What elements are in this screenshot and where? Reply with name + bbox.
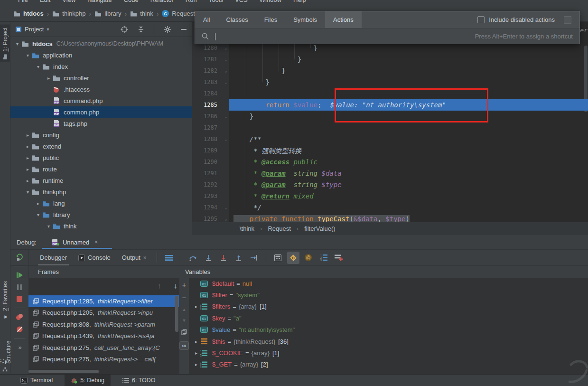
fold-marker-icon[interactable]: ⌄ [220,80,232,85]
hide-panel-button[interactable] [181,28,187,30]
add-watch-icon[interactable]: + [182,282,187,288]
breadcrumb-htdocs[interactable]: htdocs [13,10,44,17]
tree-item-extend[interactable]: ▸ extend [10,141,192,152]
fold-marker-icon[interactable]: ⌄ [220,57,232,62]
tab-symbols[interactable]: Symbols [285,11,325,28]
tree-item-htdocs[interactable]: ▾ htdocs C:\Users\anonymous\Desktop\PHPW… [10,38,192,49]
remove-watch-icon[interactable]: − [182,294,187,301]
variable-row[interactable]: 01 $filter="system" [189,289,588,301]
rerun-button[interactable] [16,253,24,261]
tree-item-htaccess[interactable]: .htaccess [10,84,192,95]
previous-frame-icon[interactable]: ↑ [158,282,161,290]
step-out-button[interactable] [233,252,245,264]
code-line[interactable]: 1293 * @return mixed [192,190,588,202]
statusbar-terminal[interactable]: Terminal [14,375,59,386]
tree-item-runtime[interactable]: ▸ runtime [10,175,192,186]
resume-button[interactable] [16,272,23,279]
tab-all[interactable]: All [195,11,218,28]
force-step-into-button[interactable] [217,252,230,264]
frame-row[interactable]: Request.php:808,think\Request->param [28,319,179,330]
evaluate-expression-button[interactable] [272,252,284,264]
menu-vcs[interactable]: VCS [235,0,248,3]
menu-window[interactable]: Window [260,0,281,3]
code-line[interactable]: 1294⌄ */ [192,202,588,213]
search-field[interactable]: Press Alt+Enter to assign a shortcut [195,28,579,44]
pin-icon[interactable] [564,16,571,24]
chevron-expanded-icon[interactable]: ▾ [45,224,53,229]
show-watches-toggle[interactable]: ∞ [179,341,189,350]
debug-session-tab[interactable]: PHP Unnamed × [52,238,98,246]
fold-marker-icon[interactable]: ⌄ [220,137,232,141]
code-line[interactable]: 1281⌄ } [192,54,588,65]
breadcrumb-think[interactable]: think [130,10,153,17]
variable-row[interactable]: 01 $key="a" [189,312,588,324]
stop-button[interactable] [16,296,23,302]
stripe-tab-favorites[interactable]: ★ 2: Favorites [0,278,10,323]
tree-item-controller[interactable]: ▸ controller [10,72,192,84]
fold-marker-icon[interactable]: ⌄ [220,217,232,221]
variable-row[interactable]: 01 $default=null [189,278,588,289]
include-disabled-actions-option[interactable]: Include disabled actions [477,11,555,28]
variable-row[interactable]: 01 $value="nt authority\system" [189,324,588,336]
move-down-icon[interactable]: ▼ [182,318,187,323]
checkbox-unchecked-icon[interactable] [477,16,485,23]
fold-marker-icon[interactable]: ⌄ [220,114,232,119]
add-watch-button[interactable] [333,252,345,264]
variable-row[interactable]: ▸ 123 $_GET={array}[2] [189,359,588,370]
tree-item-public[interactable]: ▸ public [10,152,192,163]
more-actions-button[interactable]: » [18,344,20,351]
tree-item-command-php[interactable]: PHP command.php [10,95,192,106]
copy-icon[interactable] [181,329,187,335]
memory-at-button[interactable]: @ [302,252,315,264]
tab-files[interactable]: Files [256,11,285,28]
menu-run[interactable]: Run [186,0,197,3]
settings-gear-icon[interactable] [164,26,171,33]
tree-item-lang[interactable]: ▸ lang [10,198,192,209]
stripe-tab-structure[interactable]: 7: Structure [0,334,10,374]
code-line[interactable]: 1288⌄ /** [192,133,588,145]
frame-row[interactable]: Request.php:1439,think\Request->isAja [28,330,179,342]
tree-item-think[interactable]: ▾ think [10,220,192,232]
tab-actions[interactable]: Actions [325,11,362,28]
code-line[interactable]: 1290 * @access public [192,156,588,168]
step-over-button[interactable] [187,252,199,264]
crumb-method[interactable]: filterValue() [304,225,336,232]
tree-item-index[interactable]: ▾ index [10,61,192,72]
tree-item-library[interactable]: ▾ library [10,209,192,220]
close-icon[interactable]: × [143,254,147,261]
locate-file-button[interactable] [121,26,128,33]
tree-item-route[interactable]: ▸ route [10,163,192,175]
step-into-button[interactable] [202,252,215,264]
menu-navigate[interactable]: Navigate [87,0,112,3]
code-line[interactable]: 1283⌄ } [192,76,588,88]
code-line[interactable]: 1289 * 强制类型转换 [192,145,588,156]
menu-view[interactable]: View [62,0,75,3]
chevron-expanded-icon[interactable]: ▾ [24,189,32,195]
expand-icon[interactable]: ▸ [192,362,200,367]
chevron-expanded-icon[interactable]: ▾ [34,64,42,69]
statusbar-todo[interactable]: 6: TODO [116,375,162,386]
tab-output[interactable]: Output× [116,250,152,265]
fold-marker-icon[interactable]: ⌄ [220,46,232,50]
chevron-collapsed-icon[interactable]: ▸ [45,75,53,81]
breadcrumb-library[interactable]: library [94,10,121,17]
code-editor[interactable]: 1280⌄ } 1281⌄ } 1282⌄ } 1283⌄ } 1284 128… [192,22,588,222]
menu-tools[interactable]: Tools [209,0,223,3]
menu-file[interactable]: File [18,0,28,3]
numbered-list-button[interactable]: 123 [317,252,330,264]
run-to-cursor-button[interactable] [248,252,260,264]
tree-item-tags-php[interactable]: PHP tags.php [10,118,192,129]
frame-row[interactable]: Request.php:1205,think\Request->inpu [28,307,179,319]
tab-classes[interactable]: Classes [218,11,256,28]
chevron-expanded-icon[interactable]: ▾ [34,212,42,217]
menu-edit[interactable]: Edit [40,0,50,3]
layout-menu-icon[interactable] [163,252,175,264]
frame-row[interactable]: Request.php:275,think\Request->__call( [28,354,179,366]
frames-vertical-scrollbar[interactable] [175,296,178,332]
project-view-selector[interactable]: Project [25,26,44,33]
expand-icon[interactable]: ▸ [192,304,200,309]
code-line[interactable]: 1292 * @param string $type [192,179,588,190]
breadcrumb-request-class[interactable]: C Request [162,10,195,17]
chevron-collapsed-icon[interactable]: ▸ [24,132,32,138]
collapse-all-button[interactable] [138,26,144,33]
